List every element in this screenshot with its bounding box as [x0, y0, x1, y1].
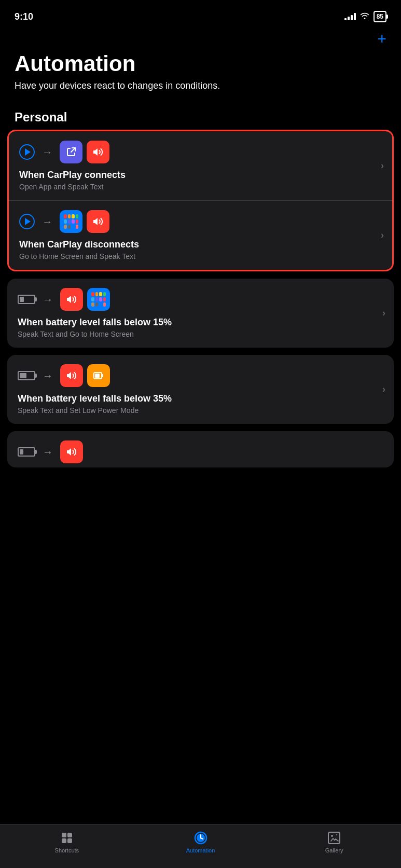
speak-text-icon: [60, 288, 83, 311]
item-top: →: [18, 440, 383, 463]
svg-rect-6: [95, 374, 100, 378]
wifi-icon: [360, 12, 369, 21]
battery-trigger-icon: [18, 295, 35, 304]
low-power-icon: [87, 364, 110, 387]
partial-list-item[interactable]: →: [7, 431, 394, 467]
shortcuts-nav-label: Shortcuts: [55, 847, 79, 853]
action-icons: [60, 288, 110, 311]
speak-text-icon: [60, 440, 83, 463]
status-bar: 9:10 85: [0, 0, 401, 26]
battery-fill: [20, 373, 26, 378]
automation-card: →: [7, 279, 394, 348]
signal-icon: [344, 13, 356, 20]
status-icons: 85: [344, 11, 386, 22]
speak-text-icon: [87, 141, 109, 163]
shortcuts-nav-icon: [60, 831, 74, 845]
svg-rect-15: [328, 832, 340, 844]
svg-rect-8: [62, 833, 66, 837]
list-item[interactable]: →: [7, 279, 394, 348]
item-title: When battery level falls below 15%: [18, 317, 383, 328]
play-circle-icon: [19, 144, 35, 160]
chevron-icon: ›: [382, 308, 385, 319]
open-app-icon: [60, 141, 82, 163]
automation-card: →: [7, 355, 394, 424]
item-title: When CarPlay connects: [19, 170, 382, 181]
svg-marker-1: [93, 218, 98, 225]
nav-item-gallery[interactable]: Gallery: [267, 831, 401, 853]
speak-text-icon: [60, 364, 83, 387]
add-button[interactable]: +: [377, 31, 386, 47]
play-circle-icon: [19, 214, 35, 229]
play-triangle-icon: [25, 148, 31, 156]
battery-fill: [20, 449, 23, 454]
speak-text-icon: [87, 210, 109, 233]
svg-marker-7: [67, 448, 71, 456]
arrow-icon: →: [43, 294, 53, 305]
svg-rect-10: [62, 838, 66, 843]
svg-rect-5: [102, 374, 103, 377]
action-icons: [60, 210, 109, 233]
home-screen-icon: [60, 210, 82, 233]
item-subtitle: Go to Home Screen and Speak Text: [19, 252, 382, 260]
page-subtitle: Have your devices react to changes in co…: [15, 80, 386, 92]
list-item[interactable]: →: [9, 201, 392, 270]
svg-rect-9: [67, 833, 72, 837]
svg-point-14: [200, 837, 201, 839]
item-title: When CarPlay disconnects: [19, 239, 382, 250]
battery-level: 85: [377, 13, 383, 20]
automation-list: →: [0, 130, 401, 467]
svg-rect-11: [67, 838, 72, 843]
list-item[interactable]: →: [9, 131, 392, 201]
item-top: →: [18, 364, 383, 387]
home-screen-icon: [87, 288, 110, 311]
grid-dots: [64, 214, 78, 229]
play-triangle-icon: [25, 218, 31, 225]
bottom-nav: Shortcuts Automation Gallery: [0, 824, 401, 868]
grid-dots: [91, 292, 106, 307]
action-icons: [60, 440, 83, 463]
item-top: →: [19, 141, 382, 163]
arrow-icon: →: [42, 216, 52, 227]
item-top: →: [19, 210, 382, 233]
nav-item-automation[interactable]: Automation: [134, 831, 268, 853]
item-title: When battery level falls below 35%: [18, 393, 383, 404]
svg-marker-3: [67, 372, 71, 379]
gallery-nav-icon: [327, 831, 341, 845]
item-subtitle: Speak Text and Go to Home Screen: [18, 330, 383, 338]
battery-fill: [20, 297, 24, 302]
action-icons: [60, 364, 110, 387]
svg-marker-2: [67, 296, 71, 303]
action-icons: [60, 141, 109, 163]
battery-trigger-icon: [18, 447, 35, 457]
svg-marker-0: [93, 148, 98, 156]
arrow-icon: →: [42, 147, 52, 157]
chevron-icon: ›: [382, 384, 385, 395]
nav-item-shortcuts[interactable]: Shortcuts: [0, 831, 134, 853]
chevron-icon: ›: [381, 230, 384, 241]
page-title: Automation: [15, 52, 386, 76]
arrow-icon: →: [43, 370, 53, 381]
status-time: 9:10: [15, 11, 33, 22]
list-item[interactable]: →: [7, 355, 394, 424]
chevron-icon: ›: [381, 160, 384, 171]
battery-icon: 85: [374, 11, 386, 22]
automation-nav-icon: [193, 831, 208, 845]
section-header: Personal: [0, 103, 401, 130]
item-subtitle: Open App and Speak Text: [19, 183, 382, 191]
page-title-section: Automation Have your devices react to ch…: [0, 47, 401, 103]
item-subtitle: Speak Text and Set Low Power Mode: [18, 406, 383, 415]
svg-point-16: [331, 835, 333, 837]
item-top: →: [18, 288, 383, 311]
play-trigger-icon: [19, 214, 35, 229]
highlighted-card: →: [7, 130, 394, 271]
arrow-icon: →: [43, 447, 53, 457]
battery-trigger-icon: [18, 371, 35, 380]
gallery-nav-label: Gallery: [325, 847, 343, 853]
automation-nav-label: Automation: [186, 847, 215, 853]
page-header: +: [0, 26, 401, 47]
play-trigger-icon: [19, 144, 35, 160]
